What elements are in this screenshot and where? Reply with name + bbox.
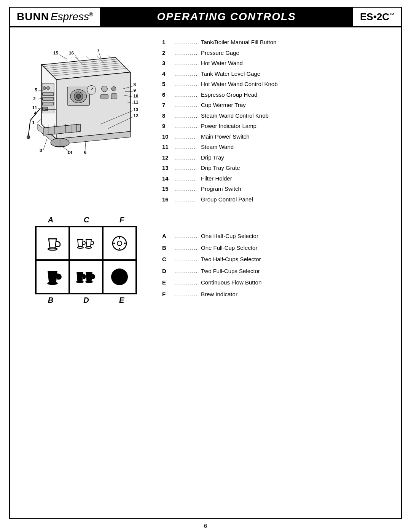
svg-rect-21 xyxy=(43,97,54,101)
legend-item: 2............Pressure Gage xyxy=(162,48,393,58)
svg-point-90 xyxy=(119,248,120,249)
brand-name: BUNN xyxy=(17,11,49,23)
svg-rect-23 xyxy=(43,107,48,111)
svg-text:6: 6 xyxy=(84,150,87,155)
svg-point-88 xyxy=(117,241,122,246)
bottom-section: ACF xyxy=(10,208,401,312)
panel-bottom-label: B xyxy=(48,296,53,305)
legend-item: 10...........Main Power Switch xyxy=(162,132,393,142)
legend-item: 11...........Steam Wand xyxy=(162,142,393,152)
svg-text:8: 8 xyxy=(133,82,136,87)
svg-rect-20 xyxy=(43,93,54,96)
svg-text:11: 11 xyxy=(32,105,37,110)
svg-text:16: 16 xyxy=(69,50,74,55)
button-a[interactable] xyxy=(36,227,69,260)
panel-bottom-label: E xyxy=(119,296,124,305)
legend-item: 5............Hot Water Wand Control Knob xyxy=(162,79,393,89)
legend-list: 1............Tank/Boiler Manual Fill But… xyxy=(162,35,393,204)
svg-point-93 xyxy=(48,282,57,285)
svg-line-42 xyxy=(29,120,30,135)
svg-text:10: 10 xyxy=(133,93,139,98)
svg-text:11: 11 xyxy=(133,99,139,104)
svg-rect-33 xyxy=(111,94,117,99)
top-section: 15 16 7 5 8 2 xyxy=(10,27,401,208)
header: BUNN Espress® OPERATING CONTROLS ES•2C™ xyxy=(9,7,402,27)
svg-text:9: 9 xyxy=(133,88,136,93)
selector-legend-item: A............One Half-Cup Selector xyxy=(162,231,393,242)
svg-point-30 xyxy=(102,86,108,92)
svg-point-19 xyxy=(46,86,49,89)
svg-point-94 xyxy=(76,281,83,283)
button-panel xyxy=(35,226,137,294)
machine-diagram: 15 16 7 5 8 2 xyxy=(18,35,147,180)
svg-point-91 xyxy=(113,243,115,244)
legend-item: 9............Power Indicator Lamp xyxy=(162,121,393,131)
svg-text:13: 13 xyxy=(133,107,139,112)
svg-text:14: 14 xyxy=(67,150,73,155)
svg-text:7: 7 xyxy=(97,48,100,53)
svg-text:3: 3 xyxy=(40,148,42,153)
legend-item: 3............Hot Water Wand xyxy=(162,58,393,68)
legend-item: 1............Tank/Boiler Manual Fill But… xyxy=(162,37,393,47)
svg-text:2: 2 xyxy=(33,96,36,101)
selector-legend-item: E............Continuous Flow Button xyxy=(162,277,393,288)
legend-item: 7............Cup Warmer Tray xyxy=(162,100,393,110)
header-brand: BUNN Espress® xyxy=(10,8,100,26)
svg-rect-32 xyxy=(101,94,108,99)
svg-point-84 xyxy=(48,248,57,250)
legend-item: 8............Steam Wand Control Knob xyxy=(162,111,393,121)
legend-item: 6............Espresso Group Head xyxy=(162,90,393,100)
svg-point-27 xyxy=(76,94,81,99)
svg-point-89 xyxy=(119,237,120,239)
selector-legend-item: C............Two Half-Cups Selector xyxy=(162,254,393,265)
legend-item: 14...........Filter Holder xyxy=(162,174,393,184)
button-e[interactable] xyxy=(103,260,136,294)
svg-text:4: 4 xyxy=(34,110,37,115)
panel-area: ACF xyxy=(18,216,155,305)
svg-point-96 xyxy=(111,268,128,285)
svg-point-95 xyxy=(86,281,92,283)
header-title: OPERATING CONTROLS xyxy=(100,8,352,26)
panel-top-label: A xyxy=(48,216,53,224)
svg-rect-22 xyxy=(43,102,54,105)
diagram-area: 15 16 7 5 8 2 xyxy=(18,35,155,204)
button-d[interactable] xyxy=(69,260,103,294)
svg-line-51 xyxy=(75,55,79,61)
panel-top-label: C xyxy=(84,216,89,224)
svg-point-85 xyxy=(77,247,83,248)
svg-point-86 xyxy=(86,247,92,248)
button-b[interactable] xyxy=(36,260,69,294)
header-model: ES•2C™ xyxy=(352,8,401,26)
brand-italic: Espress® xyxy=(51,11,93,23)
svg-text:15: 15 xyxy=(53,50,59,55)
svg-text:5: 5 xyxy=(35,87,37,92)
legend-item: 4............Tank Water Level Gage xyxy=(162,69,393,79)
svg-text:12: 12 xyxy=(133,113,139,118)
selector-legend: A............One Half-Cup SelectorB.....… xyxy=(162,216,393,305)
selector-legend-item: D............Two Full-Cups Selector xyxy=(162,266,393,277)
selector-legend-item: F............Brew Indicator xyxy=(162,289,393,300)
page: BUNN Espress® OPERATING CONTROLS ES•2C™ xyxy=(0,0,411,532)
legend-item: 13...........Drip Tray Grate xyxy=(162,163,393,173)
legend-item: 15...........Program Switch xyxy=(162,184,393,194)
button-f[interactable] xyxy=(103,227,136,260)
svg-line-49 xyxy=(59,55,67,59)
svg-text:1: 1 xyxy=(32,120,35,125)
svg-line-53 xyxy=(99,53,101,58)
svg-line-77 xyxy=(43,139,47,150)
svg-point-92 xyxy=(124,243,126,244)
page-number: 6 xyxy=(0,519,411,532)
main-content: 15 16 7 5 8 2 xyxy=(9,27,402,519)
selector-legend-item: B............One Full-Cup Selector xyxy=(162,243,393,254)
svg-point-31 xyxy=(112,86,116,91)
panel-bottom-labels: BDE xyxy=(33,296,139,305)
svg-point-43 xyxy=(27,136,30,139)
button-c[interactable] xyxy=(69,227,103,260)
svg-point-18 xyxy=(43,86,46,89)
legend-item: 12...........Drip Tray xyxy=(162,153,393,163)
panel-top-labels: ACF xyxy=(33,216,139,224)
panel-top-label: F xyxy=(119,216,124,224)
panel-bottom-label: D xyxy=(83,296,89,305)
legend-item: 16...........Group Control Panel xyxy=(162,195,393,204)
